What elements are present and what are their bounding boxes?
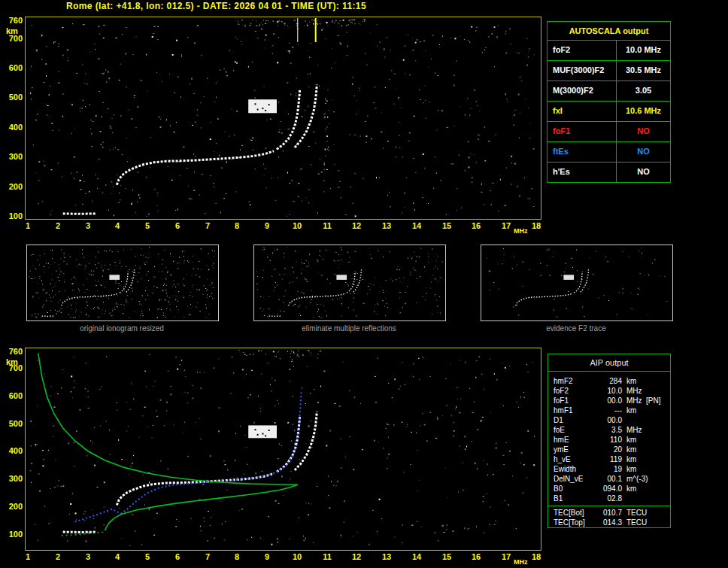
tec-row-tec-top: TEC[Top]014.3TECU	[548, 518, 670, 527]
aip-param: DelN_vE	[554, 474, 583, 484]
aip-value: 00.0	[584, 415, 622, 425]
f2-trace	[117, 473, 274, 505]
x-tick-15: 15	[439, 552, 454, 562]
aip-note: [PN]	[646, 396, 660, 405]
noise-layer	[30, 350, 535, 546]
aip-row-yme: ymE20km	[548, 445, 670, 454]
tec-row-tec-bot: TEC[Bot]010.7TECU	[548, 508, 670, 518]
x-tick-17: 17	[499, 552, 514, 562]
x-tick-5: 5	[140, 552, 155, 562]
aip-ionogram-frame	[25, 348, 541, 551]
tec-unit: TECU	[626, 508, 647, 518]
aip-param: hmF2	[554, 376, 573, 386]
x-tick-16: 16	[469, 552, 484, 562]
aip-param: B1	[554, 494, 563, 503]
x-tick-7: 7	[200, 552, 215, 562]
aip-unit: km	[626, 454, 636, 464]
aip-param: ymE	[554, 445, 569, 454]
aip-row-foe: foE3.5MHz	[548, 425, 670, 435]
ne-profile-e-tail	[59, 532, 104, 536]
aip-unit: km	[626, 405, 636, 415]
aip-value: 20	[584, 445, 622, 454]
aip-row-fof1: foF100.0MHz[PN]	[548, 396, 670, 405]
aip-unit: m^(-3)	[626, 474, 648, 484]
x-tick-13: 13	[379, 552, 394, 562]
aip-row-b1: B102.8	[548, 494, 670, 503]
ne-profile-topside	[38, 354, 298, 485]
x-tick-10: 10	[290, 552, 305, 562]
aip-param: foE	[554, 425, 565, 435]
tec-section-divider	[548, 506, 670, 506]
aip-value: 02.8	[584, 494, 622, 503]
aip-parameter-rows: hmF2284kmfoF210.0MHzfoF100.0MHz[PN]hmF1-…	[548, 372, 670, 503]
aip-ionogram-canvas	[26, 348, 539, 548]
y-tick-500: 500	[2, 419, 23, 429]
x-tick-4: 4	[110, 552, 125, 562]
y-tick-760: 760	[2, 347, 23, 357]
aip-row-b0: B0094.0km	[548, 484, 670, 494]
aip-param: hmF1	[554, 405, 573, 415]
aip-panel-title: AIP output	[548, 354, 670, 372]
aip-unit: MHz	[626, 396, 642, 405]
aip-value: ---	[584, 405, 622, 415]
aip-value: 00.1	[584, 474, 622, 484]
aip-value: 19	[584, 464, 622, 474]
aip-row-ewidth: Ewidth19km	[548, 464, 670, 474]
aip-param: hmE	[554, 435, 569, 445]
tec-value: 014.3	[584, 518, 622, 527]
autoscala-screen: { "header": {"title": "Rome (lat: +41.8,…	[0, 0, 728, 568]
y-tick-300: 300	[2, 474, 23, 484]
aip-unit: km	[626, 445, 636, 454]
tec-param: TEC[Top]	[554, 518, 585, 527]
x-tick-3: 3	[80, 552, 96, 562]
y-axis-unit: km	[6, 357, 18, 367]
tec-unit: TECU	[626, 518, 647, 527]
aip-row-hmf2: hmF2284km	[548, 376, 670, 386]
aip-value: 119	[584, 454, 622, 464]
x-tick-12: 12	[349, 552, 364, 562]
aip-unit: MHz	[626, 425, 642, 435]
x-tick-8: 8	[229, 552, 244, 562]
aip-param: foF1	[554, 396, 569, 405]
y-tick-100: 100	[2, 530, 23, 539]
x-tick-11: 11	[320, 552, 335, 562]
aip-row-d1: D100.0	[548, 415, 670, 425]
x-tick-18: 18	[529, 552, 544, 562]
aip-value: 110	[584, 435, 622, 445]
aip-param: h_vE	[554, 454, 571, 464]
aip-param: Ewidth	[554, 464, 576, 474]
x-tick-2: 2	[50, 552, 65, 562]
aip-value: 3.5	[584, 425, 622, 435]
x-tick-14: 14	[409, 552, 424, 562]
aip-output-panel: AIP output hmF2284kmfoF210.0MHzfoF100.0M…	[548, 354, 671, 528]
x-tick-1: 1	[20, 552, 35, 562]
aip-row-hmf1: hmF1---km	[548, 405, 670, 415]
aip-value: 094.0	[584, 484, 622, 494]
aip-unit: km	[626, 464, 636, 474]
y-tick-200: 200	[2, 502, 23, 512]
aip-row-hme: hmE110km	[548, 435, 670, 445]
aip-unit: km	[626, 484, 636, 494]
aip-unit: MHz	[626, 386, 642, 396]
stamp-patch	[248, 425, 277, 438]
tec-value: 010.7	[584, 508, 622, 518]
tec-rows: TEC[Bot]010.7TECUTEC[Top]014.3TECU	[548, 508, 670, 527]
x-tick-9: 9	[259, 552, 275, 562]
ne-profile-bottomside	[105, 484, 297, 530]
aip-row-h-ve: h_vE119km	[548, 454, 670, 464]
aip-param: foF2	[554, 386, 569, 396]
aip-unit: km	[626, 435, 636, 445]
aip-value: 284	[584, 376, 622, 386]
aip-row-fof2: foF210.0MHz	[548, 386, 670, 396]
aip-param: B0	[554, 484, 563, 494]
f2-cusp-ordinary	[277, 417, 300, 472]
x-axis-unit: MHz	[514, 557, 528, 567]
aip-row-deln-ve: DelN_vE00.1m^(-3)	[548, 474, 670, 484]
y-tick-400: 400	[2, 446, 23, 456]
aip-value: 10.0	[584, 386, 622, 396]
y-tick-600: 600	[2, 391, 23, 401]
x-tick-6: 6	[170, 552, 185, 562]
aip-unit: km	[626, 376, 636, 386]
tec-param: TEC[Bot]	[554, 508, 584, 518]
aip-value: 00.0	[584, 396, 622, 405]
